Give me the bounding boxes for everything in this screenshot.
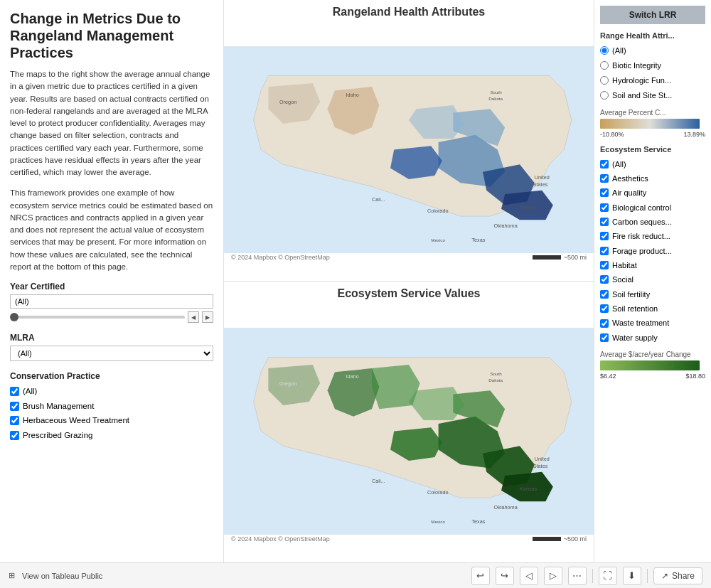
year-value-display: (All)	[10, 294, 213, 309]
practice-checkbox-brush[interactable]	[10, 402, 19, 411]
map2-credit: © 2024 Mapbox © OpenStreetMap	[231, 535, 330, 542]
eco-label-biological: Biological control	[612, 201, 671, 215]
more-button[interactable]: ⋯	[568, 567, 587, 585]
back-button[interactable]: ◁	[520, 567, 538, 585]
radio-item-soil: Soil and Site St...	[600, 88, 705, 103]
svg-text:Cali...: Cali...	[372, 196, 385, 203]
eco-checkbox-forage[interactable]	[600, 247, 609, 255]
description-2: This framework provides one example of h…	[10, 187, 213, 273]
map2-scale-bar	[533, 537, 561, 541]
svg-text:Kansas: Kansas	[520, 204, 538, 210]
eco-checkbox-social[interactable]	[600, 275, 609, 284]
tableau-logo[interactable]: ⊞ View on Tableau Public	[9, 571, 102, 581]
eco-label-habitat: Habitat	[612, 258, 637, 272]
map2-container[interactable]: Oregon Idaho South Dakota United States …	[224, 300, 594, 562]
eco-checkbox-air[interactable]	[600, 188, 609, 197]
legend2-section: Average $/acre/year Change $6.42 $18.80	[600, 351, 705, 380]
eco-checkbox-soil-fertility[interactable]	[600, 290, 609, 299]
svg-text:Mexico: Mexico	[431, 237, 445, 242]
redo-button[interactable]: ↪	[496, 567, 514, 585]
svg-text:States: States	[533, 182, 548, 188]
map1-container[interactable]: Oregon Idaho South Dakota United States …	[224, 18, 594, 281]
practice-item-grazing: Prescribed Grazing	[10, 428, 213, 443]
eco-item-habitat: Habitat	[600, 258, 705, 272]
svg-text:Idaho: Idaho	[346, 373, 359, 380]
conservation-practice-label: Conservation Practice	[10, 371, 213, 381]
svg-text:United: United	[535, 456, 550, 462]
eco-checkbox-fire[interactable]	[600, 232, 609, 240]
legend2-labels: $6.42 $18.80	[600, 373, 705, 380]
svg-text:South: South	[490, 372, 502, 377]
eco-item-forage: Forage product...	[600, 244, 705, 258]
slider-prev-arrow[interactable]: ◀	[188, 311, 199, 323]
eco-checkbox-biological[interactable]	[600, 203, 609, 212]
eco-checkbox-all[interactable]	[600, 160, 609, 169]
svg-text:Oklahoma: Oklahoma	[494, 223, 518, 229]
mlra-select[interactable]: (All)	[10, 346, 213, 361]
radio-item-biotic: Biotic Integrity	[600, 58, 705, 73]
eco-label-waste: Waste treatment	[612, 316, 669, 330]
year-slider-thumb[interactable]	[10, 313, 18, 321]
year-certified-label: Year Certified	[10, 282, 213, 292]
mlra-label: MLRA	[10, 333, 213, 343]
practice-checkbox-herbaceous[interactable]	[10, 416, 19, 425]
slider-next-arrow[interactable]: ▶	[202, 311, 213, 323]
eco-checkbox-habitat[interactable]	[600, 261, 609, 269]
page-title: Change in Metrics Due to Rangeland Manag…	[10, 10, 213, 61]
fullscreen-button[interactable]: ⛶	[599, 567, 617, 585]
switch-lrr-button[interactable]: Switch LRR	[600, 6, 705, 24]
map1-scale-bar	[533, 255, 561, 260]
radio-label-all: (All)	[612, 43, 626, 58]
forward-button[interactable]: ▷	[544, 567, 562, 585]
map1-scale: ~500 mi	[533, 254, 587, 261]
eco-label-forage: Forage product...	[612, 244, 672, 258]
practice-label-brush: Brush Management	[23, 399, 94, 414]
eco-item-carbon: Carbon seques...	[600, 215, 705, 229]
eco-checkbox-aesthetics[interactable]	[600, 174, 609, 183]
eco-label-carbon: Carbon seques...	[612, 215, 672, 229]
radio-all[interactable]	[600, 46, 609, 55]
share-button[interactable]: ↗ Share	[653, 567, 702, 584]
radio-label-biotic: Biotic Integrity	[612, 58, 661, 73]
conservation-practice-list: (All) Brush Management Herbaceous Weed T…	[10, 384, 213, 443]
map2-title: Ecosystem Service Values	[337, 282, 480, 300]
svg-text:States: States	[533, 464, 548, 470]
svg-text:South: South	[490, 90, 502, 95]
svg-text:Dakota: Dakota	[488, 96, 503, 101]
left-panel: Change in Metrics Due to Rangeland Manag…	[0, 0, 224, 562]
svg-text:Texas: Texas	[471, 519, 485, 525]
bottom-toolbar: ⊞ View on Tableau Public ↩ ↪ ◁ ▷ ⋯ ⛶ ⬇ ↗…	[0, 562, 711, 588]
map1-credit: © 2024 Mapbox © OpenStreetMap	[231, 254, 330, 261]
eco-label-soil-fertility: Soil fertility	[612, 287, 650, 301]
download-button[interactable]: ⬇	[623, 567, 641, 585]
practice-checkbox-all[interactable]	[10, 387, 19, 396]
eco-checkbox-soil-retention[interactable]	[600, 304, 609, 313]
eco-label-fire: Fire risk reduct...	[612, 229, 670, 243]
year-slider-row: ◀ ▶	[10, 311, 213, 323]
year-slider-track[interactable]	[10, 316, 185, 319]
undo-button[interactable]: ↩	[471, 567, 490, 585]
eco-item-social: Social	[600, 272, 705, 287]
eco-label-air: Air quality	[612, 186, 646, 200]
eco-checkbox-waste[interactable]	[600, 319, 609, 328]
radio-biotic[interactable]	[600, 61, 609, 70]
practice-checkbox-grazing[interactable]	[10, 431, 19, 440]
legend1-section: Average Percent C... -10.80% 13.89%	[600, 109, 705, 138]
legend2-title: Average $/acre/year Change	[600, 351, 705, 358]
radio-item-hydrologic: Hydrologic Fun...	[600, 73, 705, 88]
eco-item-aesthetics: Aesthetics	[600, 171, 705, 186]
legend1-gradient	[600, 119, 700, 129]
year-certified-section: Year Certified (All) ◀ ▶	[10, 282, 213, 323]
legend2-max: $18.80	[685, 373, 705, 380]
description-1: The maps to the right show the average a…	[10, 68, 213, 178]
radio-item-all: (All)	[600, 43, 705, 58]
radio-soil[interactable]	[600, 91, 609, 100]
radio-label-soil: Soil and Site St...	[612, 88, 672, 103]
eco-label-soil-retention: Soil retention	[612, 301, 658, 316]
eco-checkbox-water[interactable]	[600, 333, 609, 342]
eco-checkbox-carbon[interactable]	[600, 218, 609, 226]
map1-section: Rangeland Health Attributes	[224, 0, 594, 281]
map1-scale-text: ~500 mi	[564, 254, 587, 261]
radio-hydrologic[interactable]	[600, 76, 609, 85]
rangeland-section-title: Range Health Attri...	[600, 31, 705, 40]
